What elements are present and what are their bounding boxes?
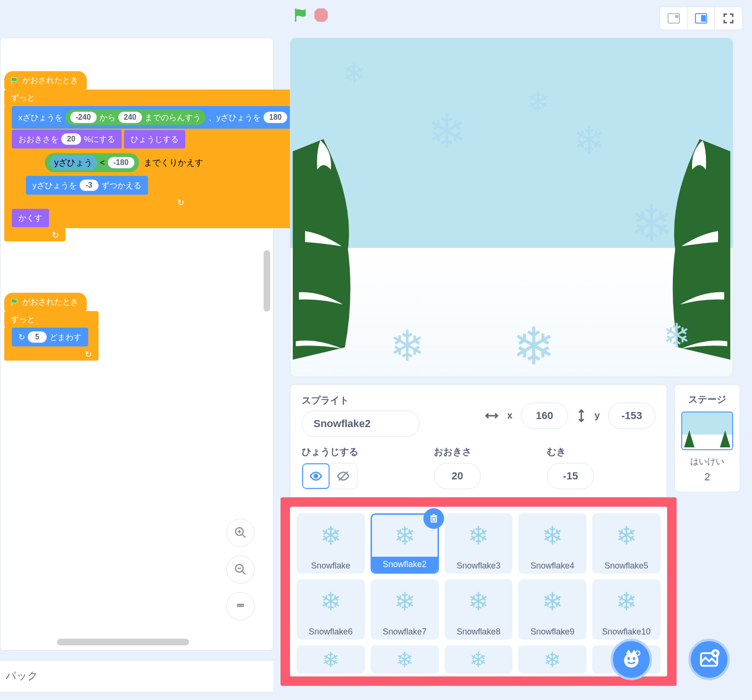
number-input[interactable]: 5 [28, 331, 47, 343]
y-position-reporter[interactable]: yざひょう [50, 155, 97, 170]
repeat-until-block[interactable]: yざひょう < -180 までくりかえす [21, 149, 210, 176]
green-flag-icon[interactable] [292, 7, 308, 25]
top-bar [0, 0, 752, 38]
sprite-tile[interactable]: ❄ [445, 645, 513, 674]
snowflake-sprite: ❄ [342, 57, 366, 90]
snowflake-icon: ❄ [396, 645, 413, 674]
number-input[interactable]: 180 [264, 112, 288, 123]
number-input[interactable]: -3 [80, 180, 99, 191]
sprite-tile[interactable]: ❄ [297, 645, 365, 674]
fullscreen-button[interactable] [715, 7, 742, 30]
x-arrow-icon [485, 411, 499, 420]
x-input[interactable]: 160 [521, 403, 568, 429]
sprite-tile-label: Snowflake10 [602, 624, 651, 640]
snowflake-icon: ❄ [616, 579, 637, 624]
sprite-list: ❄Snowflake❄Snowflake2❄Snowflake3❄Snowfla… [290, 507, 667, 676]
c-block-end: ↻ [21, 196, 191, 209]
vertical-scrollbar[interactable] [264, 250, 270, 312]
forever-block[interactable]: ずっと [4, 311, 99, 328]
y-arrow-icon [577, 409, 586, 423]
y-label: y [595, 410, 600, 421]
sprite-tile[interactable]: ❄Snowflake10 [592, 579, 661, 640]
snowflake-sprite: ❄ [573, 118, 605, 162]
zoom-in-button[interactable] [226, 519, 255, 547]
when-flag-clicked-block[interactable]: がおされたとき [4, 293, 87, 311]
add-sprite-button[interactable] [611, 639, 652, 680]
svg-line-6 [242, 535, 246, 538]
y-input[interactable]: -153 [608, 403, 655, 429]
goto-xy-block[interactable]: xざひょうを -240 から 240 までのらんすう 、yざひょうを 180 に… [12, 106, 321, 129]
sprite-tile[interactable]: ❄Snowflake8 [445, 579, 513, 640]
block-label: ずっと [11, 93, 35, 102]
set-size-block[interactable]: おおきさを 20 %にする [12, 130, 122, 148]
number-input[interactable]: 20 [61, 133, 81, 145]
svg-point-24 [627, 657, 630, 660]
visibility-label: ひょうじする [302, 445, 358, 458]
snowflake-sprite: ❄ [512, 316, 555, 377]
sprite-tile-label: Snowflake [311, 558, 350, 574]
forever-block[interactable]: ずっと [4, 90, 321, 106]
sprite-tile[interactable]: ❄Snowflake2 [371, 513, 439, 574]
rotate-icon: ↻ [18, 332, 25, 342]
tree-left [290, 127, 366, 372]
sprite-tile-label: Snowflake8 [456, 624, 500, 640]
small-stage-button[interactable] [660, 7, 687, 30]
size-input[interactable]: 20 [434, 463, 481, 489]
snowflake-sprite: ❄ [630, 194, 673, 254]
stage-size-controls [660, 7, 743, 30]
snowflake-icon: ❄ [322, 645, 339, 674]
sprite-tile[interactable]: ❄Snowflake [297, 513, 365, 574]
sprite-tile[interactable]: ❄Snowflake5 [592, 513, 661, 574]
svg-point-25 [633, 657, 636, 660]
hide-button[interactable] [330, 463, 357, 489]
direction-input[interactable]: -15 [547, 463, 594, 489]
show-block[interactable]: ひょうじする [124, 130, 185, 148]
sprite-tile[interactable]: ❄Snowflake3 [445, 513, 513, 574]
number-input[interactable]: -240 [70, 112, 97, 123]
stage-title: ステージ [679, 393, 735, 406]
zoom-out-button[interactable] [226, 555, 255, 584]
stop-icon[interactable] [313, 7, 329, 25]
svg-rect-4 [701, 15, 706, 22]
sprite-tile[interactable]: ❄ [518, 645, 587, 674]
number-input[interactable]: -180 [108, 157, 134, 168]
less-than-block[interactable]: yざひょう < -180 [45, 153, 139, 172]
sprite-name-input[interactable]: Snowflake2 [302, 411, 420, 437]
sprite-info-panel: スプライト Snowflake2 x 160 y -153 ひょうじする おおき… [290, 384, 667, 508]
svg-marker-0 [314, 8, 328, 22]
backpack-label: パック [6, 670, 38, 682]
turn-block[interactable]: ↻ 5 どまわす [12, 328, 88, 346]
script-1[interactable]: がおされたとき ずっと xざひょうを -240 から 240 までのらんすう 、… [4, 71, 321, 241]
sprite-tile[interactable]: ❄Snowflake6 [297, 579, 365, 640]
sprite-tile[interactable]: ❄Snowflake4 [518, 513, 587, 574]
number-input[interactable]: 240 [118, 112, 142, 123]
sprite-tile[interactable]: ❄Snowflake9 [518, 579, 587, 640]
delete-sprite-button[interactable] [423, 508, 444, 529]
sprite-tile[interactable]: ❄ [371, 645, 439, 674]
zoom-reset-button[interactable] [226, 592, 255, 620]
pick-random-block[interactable]: -240 から 240 までのらんすう [66, 110, 206, 125]
snowflake-icon: ❄ [320, 579, 341, 624]
snowflake-icon: ❄ [320, 513, 341, 558]
flag-icon [10, 76, 18, 85]
stage[interactable]: ❄ ❄ ❄ ❄ ❄ ❄ ❄ ❄ [290, 38, 733, 377]
when-flag-clicked-block[interactable]: がおされたとき [4, 71, 87, 90]
snowflake-icon: ❄ [544, 645, 561, 674]
hide-block[interactable]: かくす [12, 209, 49, 227]
snowflake-icon: ❄ [468, 513, 489, 558]
snowflake-sprite: ❄ [663, 316, 691, 355]
add-backdrop-button[interactable] [688, 639, 730, 680]
change-y-block[interactable]: yざひょうを -3 ずつかえる [26, 176, 148, 195]
snowflake-sprite: ❄ [427, 104, 467, 159]
sprite-tile[interactable]: ❄Snowflake7 [371, 579, 439, 640]
script-2[interactable]: がおされたとき ずっと ↻ 5 どまわす ↻ [4, 293, 99, 361]
horizontal-scrollbar[interactable] [57, 639, 189, 645]
snowflake-icon: ❄ [394, 579, 415, 624]
backpack-panel[interactable]: パック [0, 660, 273, 692]
large-stage-button[interactable] [687, 7, 715, 30]
backdrop-label: はいけい [679, 456, 735, 467]
show-button[interactable] [302, 463, 330, 489]
stage-info-panel: ステージ はいけい 2 [674, 384, 740, 492]
stage-thumbnail[interactable] [681, 412, 733, 450]
backdrop-count: 2 [679, 471, 735, 483]
